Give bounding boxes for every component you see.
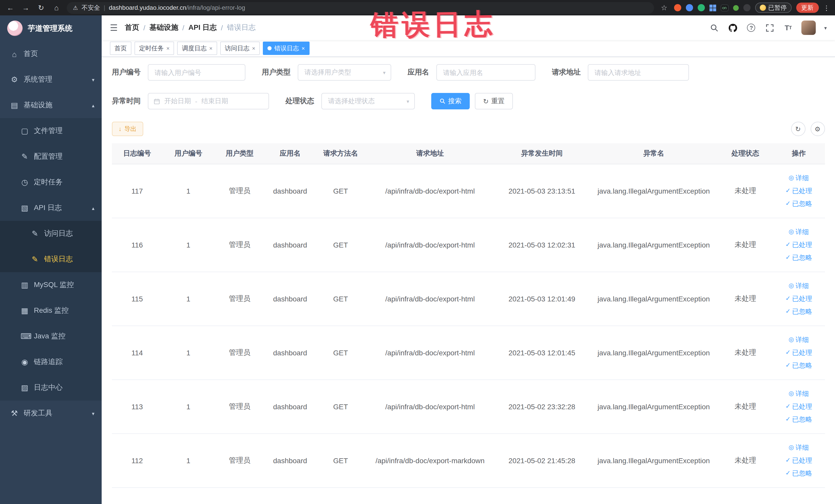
close-icon[interactable]: × xyxy=(166,45,170,52)
mark-ignored-link[interactable]: ✓ 已忽略 xyxy=(775,359,823,372)
sidebar-item-java-monitor[interactable]: ⌨ Java 监控 xyxy=(0,323,102,349)
reset-button[interactable]: ↻ 重置 xyxy=(475,93,513,109)
date-range-picker[interactable]: 开始日期 - 结束日期 xyxy=(148,93,269,109)
sidebar-item-redis-monitor[interactable]: ▦ Redis 监控 xyxy=(0,298,102,323)
sidebar-item-file-management[interactable]: ▢ 文件管理 xyxy=(0,118,102,144)
user-id-input[interactable] xyxy=(148,64,245,81)
process-status-label: 处理状态 xyxy=(285,97,314,106)
sidebar-item-infrastructure[interactable]: ▤ 基础设施 ▴ xyxy=(0,93,102,118)
sidebar-item-system-management[interactable]: ⚙ 系统管理 ▾ xyxy=(0,67,102,93)
cell-exception-time: 2021-05-03 12:02:31 xyxy=(494,218,590,271)
avatar[interactable] xyxy=(802,21,816,35)
url-separator: | xyxy=(104,4,105,11)
tab-home[interactable]: 首页 xyxy=(110,42,131,55)
sidebar-item-label: 研发工具 xyxy=(24,409,53,418)
sidebar-item-error-log[interactable]: ✎ 错误日志 xyxy=(0,246,102,272)
detail-link[interactable]: ◎ 详细 xyxy=(775,279,823,292)
sidebar-item-mysql-monitor[interactable]: ▥ MySQL 监控 xyxy=(0,272,102,298)
back-icon[interactable]: ← xyxy=(5,4,15,12)
sidebar-item-dev-tools[interactable]: ⚒ 研发工具 ▾ xyxy=(0,401,102,426)
sidebar-item-scheduled-tasks[interactable]: ◷ 定时任务 xyxy=(0,169,102,195)
cell-user-type: 管理员 xyxy=(214,326,265,380)
col-method: 请求方法名 xyxy=(315,143,366,164)
font-size-icon[interactable]: TT xyxy=(783,23,793,33)
refresh-button[interactable]: ↻ xyxy=(791,122,805,136)
close-icon[interactable]: × xyxy=(209,45,212,52)
mark-processed-link[interactable]: ✓ 已处理 xyxy=(775,346,823,359)
mark-processed-link[interactable]: ✓ 已处理 xyxy=(775,292,823,305)
hamburger-icon[interactable]: ☰ xyxy=(110,22,118,33)
cell-method: GET xyxy=(315,434,366,487)
process-status-select[interactable]: 请选择处理状态 ▾ xyxy=(321,93,415,109)
detail-link[interactable]: ◎ 详细 xyxy=(775,387,823,400)
breadcrumb-separator: / xyxy=(182,24,184,32)
forward-icon[interactable]: → xyxy=(21,4,31,12)
extension-icon[interactable] xyxy=(674,4,681,11)
request-url-input[interactable] xyxy=(588,64,689,81)
mark-processed-link[interactable]: ✓ 已处理 xyxy=(775,400,823,413)
sidebar-item-home[interactable]: ⌂ 首页 xyxy=(0,41,102,67)
close-icon[interactable]: × xyxy=(302,45,305,52)
sidebar: 芋道管理系统 ⌂ 首页 ⚙ 系统管理 ▾ ▤ 基础设施 ▴ ▢ 文件管理 ✎ xyxy=(0,15,102,504)
tab-dispatch-log[interactable]: 调度日志 × xyxy=(177,42,217,55)
avatar-caret-down-icon[interactable]: ▾ xyxy=(824,25,827,31)
mark-processed-link[interactable]: ✓ 已处理 xyxy=(775,454,823,467)
mark-ignored-link[interactable]: ✓ 已忽略 xyxy=(775,197,823,210)
extensions-puzzle-icon[interactable] xyxy=(743,4,750,11)
address-bar[interactable]: ⚠ 不安全 | dashboard.yudao.iocoder.cn/infra… xyxy=(67,2,654,14)
tab-scheduled-tasks[interactable]: 定时任务 × xyxy=(135,42,174,55)
fullscreen-icon[interactable] xyxy=(765,23,775,33)
extension-icon[interactable] xyxy=(697,4,705,11)
sidebar-item-config-management[interactable]: ✎ 配置管理 xyxy=(0,144,102,169)
user-type-select[interactable]: 请选择用户类型 ▾ xyxy=(298,64,391,81)
table-row: 112 1 管理员 dashboard GET /api/infra/db-do… xyxy=(112,434,825,487)
mark-ignored-link[interactable]: ✓ 已忽略 xyxy=(775,413,823,426)
cell-status: 未处理 xyxy=(718,434,773,487)
extension-grid-icon[interactable] xyxy=(709,4,716,11)
cell-user-id: 1 xyxy=(162,434,214,487)
breadcrumb-api-logs[interactable]: API 日志 xyxy=(188,23,217,32)
paused-badge[interactable]: 已暂停 xyxy=(755,3,791,13)
extension-icon[interactable] xyxy=(686,4,693,11)
app-name-input[interactable] xyxy=(436,64,535,81)
update-button[interactable]: 更新 xyxy=(796,3,819,13)
breadcrumb-infrastructure[interactable]: 基础设施 xyxy=(149,23,178,32)
mark-ignored-link[interactable]: ✓ 已忽略 xyxy=(775,305,823,318)
sidebar-item-link-tracing[interactable]: ◉ 链路追踪 xyxy=(0,349,102,375)
mark-processed-link[interactable]: ✓ 已处理 xyxy=(775,184,823,197)
github-icon[interactable] xyxy=(728,23,738,33)
extension-icon[interactable] xyxy=(733,5,738,11)
sidebar-item-log-center[interactable]: ▨ 日志中心 xyxy=(0,375,102,401)
col-exception-name: 异常名 xyxy=(590,143,718,164)
reload-icon[interactable]: ↻ xyxy=(36,4,46,12)
url-path: /infra/log/api-error-log xyxy=(186,4,245,11)
help-icon[interactable]: ? xyxy=(746,23,756,33)
detail-link[interactable]: ◎ 详细 xyxy=(775,333,823,346)
search-icon[interactable] xyxy=(709,23,719,33)
detail-link[interactable]: ◎ 详细 xyxy=(775,441,823,454)
breadcrumb-home[interactable]: 首页 xyxy=(125,23,139,32)
cell-user-id: 1 xyxy=(162,218,214,271)
cell-actions: ◎ 详细 ✓ 已处理 ✓ 已忽略 xyxy=(773,218,825,271)
extension-on-badge[interactable]: on xyxy=(720,4,728,11)
mark-processed-link[interactable]: ✓ 已处理 xyxy=(775,238,823,251)
sidebar-item-access-log[interactable]: ✎ 访问日志 xyxy=(0,221,102,246)
close-icon[interactable]: × xyxy=(252,45,256,52)
range-separator: - xyxy=(195,97,197,105)
mark-ignored-link[interactable]: ✓ 已忽略 xyxy=(775,467,823,480)
app-name-label: 应用名 xyxy=(408,68,429,77)
tab-error-log[interactable]: 错误日志 × xyxy=(263,42,309,55)
bookmark-star-icon[interactable]: ☆ xyxy=(659,4,669,12)
eye-icon: ◎ xyxy=(789,172,794,184)
browser-home-icon[interactable]: ⌂ xyxy=(51,4,62,12)
sidebar-item-api-logs[interactable]: ▧ API 日志 ▴ xyxy=(0,195,102,221)
processed-label: 已处理 xyxy=(792,238,812,251)
search-button[interactable]: 搜索 xyxy=(431,93,470,109)
mark-ignored-link[interactable]: ✓ 已忽略 xyxy=(775,251,823,264)
detail-link[interactable]: ◎ 详细 xyxy=(775,225,823,238)
column-settings-button[interactable]: ⚙ xyxy=(810,122,825,136)
detail-link[interactable]: ◎ 详细 xyxy=(775,172,823,184)
export-button[interactable]: ↓ 导出 xyxy=(112,122,143,136)
browser-menu-icon[interactable]: ⋮ xyxy=(823,4,830,12)
tab-access-log[interactable]: 访问日志 × xyxy=(220,42,260,55)
